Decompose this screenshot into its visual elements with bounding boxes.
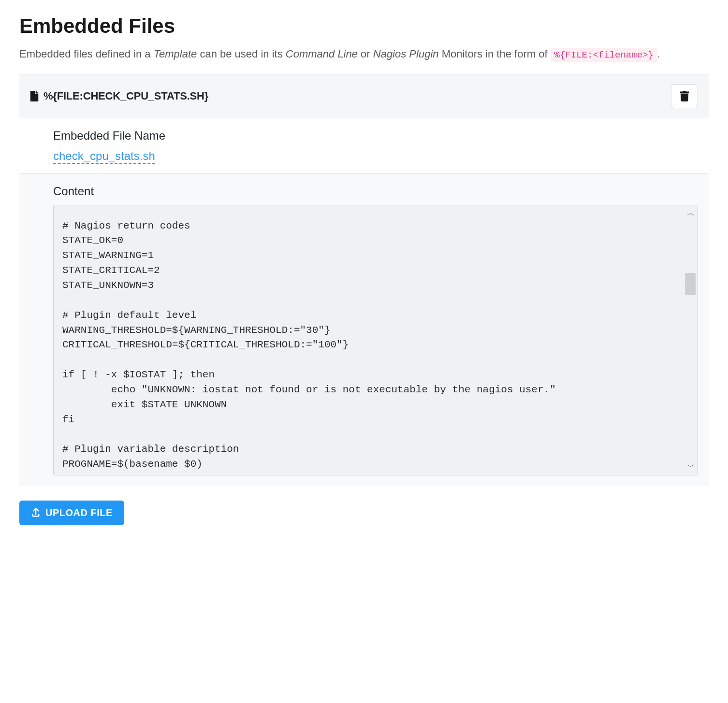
- scroll-up-arrow[interactable]: ︿: [687, 208, 695, 218]
- upload-file-button[interactable]: UPLOAD FILE: [19, 501, 124, 525]
- delete-file-button[interactable]: [671, 84, 698, 108]
- scroll-thumb[interactable]: [685, 273, 696, 295]
- panel-header[interactable]: %{FILE:CHECK_CPU_STATS.SH}: [19, 74, 709, 118]
- file-macro-title: %{FILE:CHECK_CPU_STATS.SH}: [44, 90, 208, 102]
- embedded-file-panel: %{FILE:CHECK_CPU_STATS.SH} Embedded File…: [19, 74, 709, 486]
- file-icon: [30, 91, 39, 101]
- upload-button-label: UPLOAD FILE: [45, 507, 113, 518]
- page-title: Embedded Files: [19, 14, 709, 38]
- upload-icon: [31, 508, 41, 517]
- content-text[interactable]: # Nagios return codes STATE_OK=0 STATE_W…: [54, 205, 698, 475]
- file-name-section: Embedded File Name check_cpu_stats.sh: [19, 118, 709, 174]
- file-name-link[interactable]: check_cpu_stats.sh: [53, 149, 155, 164]
- file-name-label: Embedded File Name: [53, 129, 709, 143]
- content-editor[interactable]: # Nagios return codes STATE_OK=0 STATE_W…: [53, 205, 698, 475]
- trash-icon: [680, 91, 689, 101]
- scroll-down-arrow[interactable]: ﹀: [687, 462, 695, 472]
- page-description: Embedded files defined in a Template can…: [19, 46, 709, 62]
- content-section: Content # Nagios return codes STATE_OK=0…: [19, 174, 709, 486]
- file-macro-syntax: %{FILE:<filename>}: [551, 48, 657, 62]
- content-label: Content: [53, 185, 698, 198]
- scrollbar[interactable]: ︿ ﹀: [683, 205, 698, 475]
